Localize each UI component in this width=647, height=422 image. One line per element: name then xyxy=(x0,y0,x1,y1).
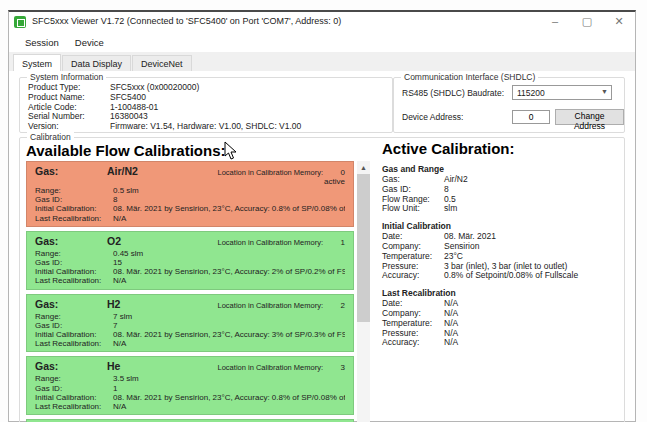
scrollbar-thumb[interactable] xyxy=(357,174,370,322)
calibration-card-o2[interactable]: Gas: O2 Location in Calibration Memory: … xyxy=(26,231,354,290)
initial-calibration-row: Initial Calibration: 08. Mär. 2021 by Se… xyxy=(35,204,345,213)
calibration-card-he[interactable]: Gas: He Location in Calibration Memory: … xyxy=(26,356,354,415)
gas-id-label: Gas ID: xyxy=(35,195,113,204)
initial-calibration-label: Initial Calibration: xyxy=(35,267,113,276)
range-row: Range: 0.45 slm xyxy=(35,249,345,258)
system-information-rows: Product Type: SFC5xxx (0x00020000) Produ… xyxy=(20,78,392,132)
baudrate-select[interactable]: 115200 ▼ xyxy=(512,85,612,100)
row-value: N/A xyxy=(444,338,458,348)
gas-row: Gas: H2 Location in Calibration Memory: … xyxy=(35,298,345,312)
range-value: 0.5 slm xyxy=(113,186,345,195)
gas-label: Gas: xyxy=(35,165,107,177)
communication-interface-group: Communication Interface (SHDLC) RS485 (S… xyxy=(393,77,625,133)
last-recalibration-label: Last Recalibration: xyxy=(35,214,113,223)
initial-calibration-value: 08. Mär. 2021 by Sensirion, 23°C, Accura… xyxy=(113,204,345,213)
scroll-up-icon[interactable]: ▲ xyxy=(357,161,370,174)
gas-id-value: 7 xyxy=(113,321,345,330)
last-recalibration-label: Last Recalibration: xyxy=(35,402,113,411)
tab-devicenet[interactable]: DeviceNet xyxy=(132,55,192,71)
gas-id-label: Gas ID: xyxy=(35,384,113,393)
gas-label: Gas: xyxy=(35,235,107,247)
row-label: Accuracy: xyxy=(382,338,444,348)
location-value: 2 xyxy=(323,300,345,312)
gas-id-row: Gas ID: 1 xyxy=(35,384,345,393)
range-value: 0.45 slm xyxy=(113,249,345,258)
section-title: Gas and Range xyxy=(382,164,622,174)
calibration-list-scrollbar[interactable]: ▲ xyxy=(357,161,370,422)
menu-session[interactable]: Session xyxy=(17,35,67,50)
close-button[interactable]: ✕ xyxy=(603,12,635,32)
calibration-group: Calibration Available Flow Calibrations:… xyxy=(19,137,625,422)
location-label: Location in Calibration Memory: xyxy=(218,362,323,374)
location-label: Location in Calibration Memory: xyxy=(218,300,323,312)
gas-id-value: 8 xyxy=(113,195,345,204)
calibration-card-air-n2[interactable]: Gas: Air/N2 Location in Calibration Memo… xyxy=(26,161,354,227)
active-calibration-panel: Active Calibration: Gas and Range Gas: A… xyxy=(382,140,622,348)
device-address-row: Device Address: Change Address xyxy=(394,109,624,125)
baudrate-row: RS485 (SHDLC) Baudrate: 115200 ▼ xyxy=(394,85,624,100)
location-label: Location in Calibration Memory: xyxy=(218,237,323,249)
range-row: Range: 0.5 slm xyxy=(35,186,345,195)
gas-id-value: 15 xyxy=(113,258,345,267)
range-label: Range: xyxy=(35,312,113,321)
row-label: Flow Unit: xyxy=(382,204,444,214)
available-calibrations-heading: Available Flow Calibrations: xyxy=(26,142,225,159)
menu-device[interactable]: Device xyxy=(67,35,112,50)
version-label: Version: xyxy=(28,122,110,132)
row-label: Accuracy: xyxy=(382,271,444,281)
window-controls: – ▢ ✕ xyxy=(539,12,635,32)
initial-calibration-label: Initial Calibration: xyxy=(35,330,113,339)
row-value: slm xyxy=(444,204,457,214)
tab-system[interactable]: System xyxy=(13,54,61,72)
location-value: 1 xyxy=(323,237,345,249)
last-recalibration-label: Last Recalibration: xyxy=(35,276,113,285)
app-icon xyxy=(14,16,26,28)
last-recalibration-row: Last Recalibration: N/A xyxy=(35,402,345,411)
initial-calibration-label: Initial Calibration: xyxy=(35,204,113,213)
active-gas-row: Gas: Air/N2 xyxy=(382,175,622,185)
gas-value: Air/N2 xyxy=(107,165,218,177)
calibration-group-title: Calibration xyxy=(27,132,74,142)
range-value: 7 slm xyxy=(113,312,345,321)
row-value: 0.8% of Setpoint/0.08% of Fullscale xyxy=(444,271,578,281)
gas-and-range-section: Gas and Range Gas: Air/N2 Gas ID: 8 Flow… xyxy=(382,164,622,214)
gas-value: He xyxy=(107,360,218,372)
last-accuracy-row: Accuracy: N/A xyxy=(382,338,622,348)
range-row: Range: 7 slm xyxy=(35,312,345,321)
baudrate-label: RS485 (SHDLC) Baudrate: xyxy=(402,88,512,98)
section-title: Initial Calibration xyxy=(382,221,622,231)
gas-id-label: Gas ID: xyxy=(35,321,113,330)
gas-id-row: Gas ID: 7 xyxy=(35,321,345,330)
menu-bar: Session Device xyxy=(9,32,635,52)
last-recalibration-value: N/A xyxy=(113,339,345,348)
initial-calibration-row: Initial Calibration: 08. Mär. 2021 by Se… xyxy=(35,330,345,339)
range-value: 3.5 slm xyxy=(113,374,345,383)
system-information-group: System Information Product Type: SFC5xxx… xyxy=(19,77,393,133)
tab-strip: System Data Display DeviceNet xyxy=(9,52,635,72)
last-temperature-row: Temperature: N/A xyxy=(382,319,622,329)
range-row: Range: 3.5 slm xyxy=(35,374,345,383)
range-label: Range: xyxy=(35,249,113,258)
maximize-button[interactable]: ▢ xyxy=(571,12,603,32)
initial-calibration-value: 08. Mär. 2021 by Sensirion, 23°C, Accura… xyxy=(113,267,345,276)
initial-calibration-value: 08. Mär. 2021 by Sensirion, 23°C, Accura… xyxy=(113,393,345,402)
gas-value: H2 xyxy=(107,298,218,310)
last-recalibration-value: N/A xyxy=(113,214,345,223)
active-calibration-heading: Active Calibration: xyxy=(382,140,622,157)
version-row: Version: Firmware: V1.54, Hardware: V1.0… xyxy=(28,122,384,132)
gas-value: O2 xyxy=(107,235,218,247)
gas-label: Gas: xyxy=(35,298,107,310)
minimize-button[interactable]: – xyxy=(539,12,571,32)
system-tab-content: System Information Product Type: SFC5xxx… xyxy=(9,71,635,421)
last-recalibration-row: Last Recalibration: N/A xyxy=(35,339,345,348)
range-label: Range: xyxy=(35,186,113,195)
gas-row: Gas: Air/N2 Location in Calibration Memo… xyxy=(35,165,345,179)
active-flow-unit-row: Flow Unit: slm xyxy=(382,204,622,214)
device-address-input[interactable] xyxy=(512,110,550,124)
change-address-button[interactable]: Change Address xyxy=(555,109,624,125)
calibration-card-h2[interactable]: Gas: H2 Location in Calibration Memory: … xyxy=(26,294,354,353)
location-value: 3 xyxy=(323,362,345,374)
last-recalibration-value: N/A xyxy=(113,276,345,285)
tab-data-display[interactable]: Data Display xyxy=(62,55,131,71)
last-recalibration-row: Last Recalibration: N/A xyxy=(35,214,345,223)
